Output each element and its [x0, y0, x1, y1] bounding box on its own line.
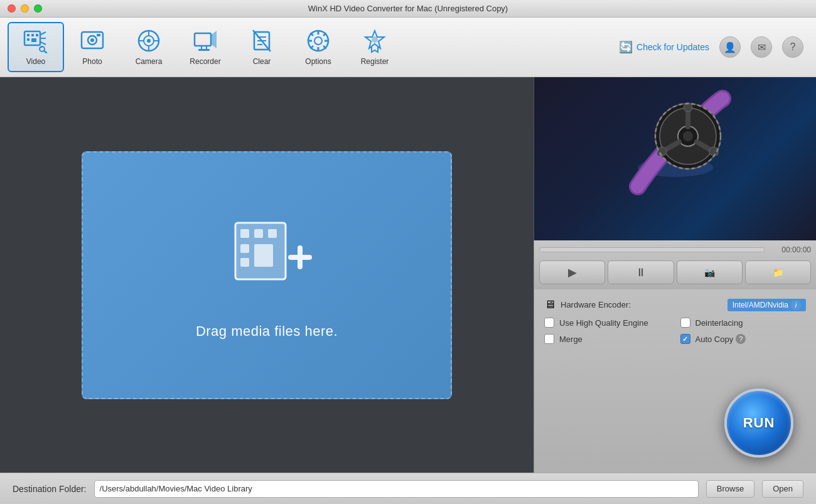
svg-rect-50 [240, 258, 249, 267]
clear-label: Clear [253, 57, 271, 66]
bottom-bar: Destination Folder: Browse Open [0, 473, 816, 504]
preview-controls: 00:00:00 ▶ ⏸ 📷 📁 [534, 240, 816, 289]
browse-button[interactable]: Browse [706, 480, 754, 498]
merge-option: Merge [544, 334, 670, 344]
folder-icon: 📁 [773, 267, 783, 277]
camera-label: Camera [136, 57, 163, 66]
options-label: Options [305, 57, 331, 66]
toolbar-camera-button[interactable]: Camera [121, 22, 177, 72]
check-updates-label: Check for Updates [636, 42, 709, 52]
intel-badge: Intel/AMD/Nvidia i [727, 299, 806, 311]
account-icon: 👤 [724, 41, 736, 53]
playback-buttons: ▶ ⏸ 📷 📁 [539, 257, 811, 287]
pause-button[interactable]: ⏸ [608, 260, 674, 284]
open-button[interactable]: Open [762, 480, 803, 498]
merge-autocopy-row: Merge Auto Copy ? [544, 334, 806, 344]
svg-line-40 [323, 46, 326, 49]
dest-folder-input[interactable] [94, 480, 699, 498]
toolbar-register-button[interactable]: Register [346, 22, 403, 72]
run-section: RUN [544, 350, 806, 464]
toolbar-video-button[interactable]: Video [8, 22, 64, 72]
dest-folder-label: Destination Folder: [13, 484, 87, 494]
help-button[interactable]: ? [782, 36, 803, 58]
quality-deinterlacing-row: Use High Quality Engine Deinterlacing [544, 318, 806, 328]
toolbar-options-button[interactable]: Options [290, 22, 346, 72]
email-button[interactable]: ✉ [751, 36, 772, 58]
toolbar-recorder-button[interactable]: Recorder [177, 22, 234, 72]
auto-copy-label-group: Auto Copy ? [695, 334, 746, 344]
drop-zone[interactable]: Drag media files here. [82, 151, 452, 399]
time-display: 00:00:00 [770, 245, 811, 254]
left-panel: Drag media files here. [0, 77, 534, 473]
progress-track[interactable] [539, 247, 765, 252]
recorder-label: Recorder [190, 57, 220, 66]
svg-line-32 [253, 30, 271, 51]
hardware-encoder-row: 🖥 Hardware Encoder: Intel/AMD/Nvidia i [544, 298, 806, 311]
svg-rect-23 [195, 33, 211, 46]
svg-rect-5 [31, 38, 36, 42]
svg-line-42 [311, 46, 314, 49]
register-icon [362, 28, 387, 53]
toolbar: Video Photo Camera [0, 18, 816, 77]
check-updates-link[interactable]: 🔄 Check for Updates [619, 40, 709, 54]
refresh-icon: 🔄 [619, 40, 633, 54]
window-title: WinX HD Video Converter for Mac (Unregis… [308, 4, 508, 13]
options-icon [306, 28, 331, 53]
svg-point-63 [658, 147, 667, 156]
right-panel: 00:00:00 ▶ ⏸ 📷 📁 [534, 77, 816, 473]
svg-rect-3 [36, 34, 38, 36]
svg-rect-2 [31, 34, 34, 36]
svg-rect-46 [254, 229, 263, 238]
deinterlacing-option: Deinterlacing [680, 318, 807, 328]
deinterlacing-label: Deinterlacing [695, 318, 743, 328]
svg-rect-15 [97, 34, 100, 36]
play-icon: ▶ [568, 265, 577, 279]
svg-line-10 [44, 51, 46, 53]
info-icon[interactable]: i [791, 300, 801, 310]
run-label: RUN [743, 415, 775, 431]
main-area: Drag media files here. [0, 77, 816, 473]
svg-point-43 [372, 36, 378, 43]
svg-rect-48 [240, 244, 249, 253]
account-button[interactable]: 👤 [719, 36, 741, 58]
merge-checkbox[interactable] [544, 334, 554, 344]
photo-icon [80, 28, 105, 53]
auto-copy-label: Auto Copy [695, 335, 734, 344]
recorder-icon [193, 28, 218, 53]
app-body: Drag media files here. [0, 77, 816, 504]
svg-line-39 [311, 33, 314, 36]
play-button[interactable]: ▶ [539, 260, 605, 284]
video-label: Video [26, 57, 45, 66]
intel-label: Intel/AMD/Nvidia [733, 301, 788, 309]
high-quality-checkbox[interactable] [544, 318, 554, 328]
high-quality-option: Use High Quality Engine [544, 318, 670, 328]
pause-icon: ⏸ [635, 266, 647, 279]
svg-point-57 [683, 131, 693, 141]
screenshot-button[interactable]: 📷 [677, 260, 743, 284]
help-icon: ? [790, 41, 796, 53]
toolbar-right: 🔄 Check for Updates 👤 ✉ ? [619, 36, 803, 58]
maximize-button[interactable] [34, 4, 42, 13]
svg-rect-45 [240, 229, 249, 238]
folder-button[interactable]: 📁 [745, 260, 811, 284]
auto-copy-checkbox[interactable] [680, 334, 690, 344]
close-button[interactable] [8, 4, 16, 13]
minimize-button[interactable] [21, 4, 29, 13]
options-panel: 🖥 Hardware Encoder: Intel/AMD/Nvidia i U… [534, 289, 816, 473]
register-label: Register [361, 57, 389, 66]
run-button[interactable]: RUN [724, 389, 793, 458]
svg-line-6 [41, 32, 46, 35]
drop-zone-icon [217, 210, 317, 311]
hardware-encoder-label: Hardware Encoder: [561, 300, 631, 309]
toolbar-clear-button[interactable]: Clear [234, 22, 290, 72]
svg-point-34 [314, 37, 322, 45]
film-reel-graphic [613, 86, 738, 212]
question-badge[interactable]: ? [736, 334, 746, 344]
clear-icon [249, 28, 274, 53]
svg-rect-49 [254, 244, 273, 267]
deinterlacing-checkbox[interactable] [680, 318, 690, 328]
auto-copy-option: Auto Copy ? [680, 334, 807, 344]
toolbar-photo-button[interactable]: Photo [64, 22, 121, 72]
email-icon: ✉ [758, 41, 766, 53]
progress-bar-area: 00:00:00 [539, 243, 811, 257]
